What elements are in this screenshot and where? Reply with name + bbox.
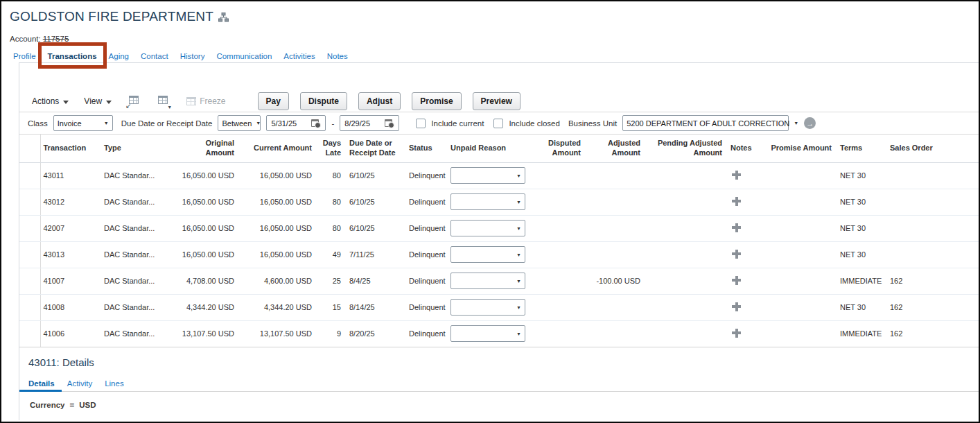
preview-button[interactable]: Preview bbox=[473, 92, 520, 110]
tab-activities[interactable]: Activities bbox=[282, 51, 316, 62]
tab-transactions[interactable]: Transactions bbox=[46, 51, 98, 62]
promise-button[interactable]: Promise bbox=[412, 92, 461, 110]
currency-line: Currency = USD bbox=[30, 401, 979, 409]
row-gutter[interactable] bbox=[19, 162, 40, 189]
cell-due-date: 8/4/25 bbox=[347, 268, 406, 294]
row-gutter[interactable] bbox=[19, 268, 40, 294]
cell-promise-amount bbox=[760, 294, 837, 320]
tab-notes[interactable]: Notes bbox=[326, 51, 349, 62]
table-row[interactable]: 41007 DAC Standar... 4,708.00 USD 4,600.… bbox=[19, 268, 980, 294]
date-from-input[interactable]: 5/31/25 bbox=[266, 115, 326, 131]
export-to-excel-icon[interactable]: ↙ bbox=[127, 95, 141, 107]
row-gutter[interactable] bbox=[19, 241, 40, 268]
class-select[interactable]: Invoice ▼ bbox=[53, 115, 113, 131]
business-unit-select[interactable]: 5200 DEPARTMENT OF ADULT CORRECTION ▼ bbox=[622, 115, 789, 131]
cell-notes bbox=[728, 294, 760, 320]
cell-terms: NET 30 bbox=[837, 294, 887, 320]
freeze-button[interactable]: Freeze bbox=[186, 96, 225, 106]
add-note-icon[interactable] bbox=[732, 197, 741, 206]
cell-promise-amount bbox=[760, 189, 837, 215]
cell-current-amount: 16,050.00 USD bbox=[240, 189, 317, 215]
cell-status: Delinquent bbox=[406, 268, 448, 294]
unpaid-reason-select[interactable]: ▼ bbox=[450, 167, 525, 184]
cell-transaction: 43013 bbox=[40, 241, 101, 268]
add-note-icon[interactable] bbox=[732, 171, 741, 180]
chevron-down-icon: ▼ bbox=[516, 226, 521, 231]
screen: GOLDSTON FIRE DEPARTMENT Account:117575 … bbox=[0, 0, 980, 423]
chevron-down-icon bbox=[63, 101, 69, 104]
col-disputed-amount: Disputed Amount bbox=[531, 135, 586, 162]
chevron-down-icon: ▼ bbox=[516, 252, 521, 257]
col-status: Status bbox=[406, 135, 448, 162]
cell-pending-adjusted-amount bbox=[646, 320, 728, 347]
col-original-amount: Original Amount bbox=[173, 135, 240, 162]
filter-row: Class Invoice ▼ Due Date or Receipt Date… bbox=[19, 112, 979, 135]
cell-pending-adjusted-amount bbox=[646, 189, 728, 215]
include-current-checkbox[interactable] bbox=[416, 119, 426, 128]
cell-type: DAC Standar... bbox=[101, 268, 173, 294]
cell-sales-order: 162 bbox=[887, 294, 980, 320]
query-by-example-icon[interactable]: ▼ bbox=[156, 95, 170, 107]
date-to-input[interactable]: 8/29/25 bbox=[340, 115, 399, 131]
details-tab-details[interactable]: Details bbox=[28, 379, 55, 388]
row-gutter[interactable] bbox=[19, 189, 40, 215]
add-note-icon[interactable] bbox=[732, 250, 741, 259]
tab-aging[interactable]: Aging bbox=[107, 51, 130, 62]
cell-original-amount: 13,107.50 USD bbox=[173, 320, 240, 347]
add-note-icon[interactable] bbox=[732, 329, 741, 338]
cell-original-amount: 4,344.20 USD bbox=[173, 294, 240, 320]
add-note-icon[interactable] bbox=[732, 302, 741, 311]
chevron-down-icon: ▼ bbox=[794, 121, 798, 126]
details-tab-lines[interactable]: Lines bbox=[105, 379, 124, 388]
table-row[interactable]: 41006 DAC Standar... 13,107.50 USD 13,10… bbox=[19, 320, 980, 347]
unpaid-reason-select[interactable]: ▼ bbox=[450, 246, 525, 263]
cell-unpaid-reason: ▼ bbox=[448, 162, 531, 189]
tab-contact[interactable]: Contact bbox=[139, 51, 170, 62]
date-operator-select[interactable]: Between ▼ bbox=[218, 115, 261, 131]
table-row[interactable]: 43013 DAC Standar... 16,050.00 USD 16,05… bbox=[19, 241, 980, 268]
calendar-icon[interactable] bbox=[385, 119, 392, 127]
cell-unpaid-reason: ▼ bbox=[448, 268, 531, 294]
table-row[interactable]: 42007 DAC Standar... 16,050.00 USD 16,05… bbox=[19, 215, 980, 241]
row-gutter[interactable] bbox=[19, 320, 40, 347]
pay-button[interactable]: Pay bbox=[258, 92, 289, 110]
unpaid-reason-select[interactable]: ▼ bbox=[450, 299, 525, 316]
unpaid-reason-select[interactable]: ▼ bbox=[450, 220, 525, 236]
include-closed-checkbox[interactable] bbox=[493, 119, 503, 128]
funnel-glyph: ▼ bbox=[167, 105, 172, 110]
cell-days-late: 80 bbox=[317, 162, 347, 189]
unpaid-reason-select[interactable]: ▼ bbox=[450, 273, 525, 289]
cell-transaction: 41006 bbox=[40, 320, 101, 347]
table-row[interactable]: 43011 DAC Standar... 16,050.00 USD 16,05… bbox=[19, 162, 980, 189]
unpaid-reason-select[interactable]: ▼ bbox=[450, 193, 525, 210]
dispute-button[interactable]: Dispute bbox=[300, 92, 347, 110]
actions-menu[interactable]: Actions bbox=[28, 94, 73, 109]
row-gutter[interactable] bbox=[19, 294, 40, 320]
add-note-icon[interactable] bbox=[732, 276, 741, 285]
cell-due-date: 6/10/25 bbox=[347, 162, 406, 189]
org-hierarchy-icon[interactable] bbox=[218, 10, 229, 26]
details-tab-activity[interactable]: Activity bbox=[67, 379, 92, 388]
unpaid-reason-select[interactable]: ▼ bbox=[450, 325, 525, 342]
cell-sales-order bbox=[887, 215, 980, 241]
calendar-icon[interactable] bbox=[311, 119, 319, 127]
add-note-icon[interactable] bbox=[732, 223, 741, 232]
tab-communication[interactable]: Communication bbox=[215, 51, 273, 62]
table-row[interactable]: 43012 DAC Standar... 16,050.00 USD 16,05… bbox=[19, 189, 980, 215]
tab-history[interactable]: History bbox=[179, 51, 207, 62]
go-button[interactable]: → bbox=[804, 117, 816, 129]
adjust-button[interactable]: Adjust bbox=[358, 92, 401, 110]
details-title: 43011: Details bbox=[28, 356, 979, 368]
table-row[interactable]: 41008 DAC Standar... 4,344.20 USD 4,344.… bbox=[19, 294, 980, 320]
cell-notes bbox=[728, 268, 760, 294]
row-gutter[interactable] bbox=[19, 215, 40, 241]
class-select-value: Invoice bbox=[58, 119, 82, 128]
chevron-down-icon: ▼ bbox=[516, 331, 521, 336]
cell-due-date: 7/11/25 bbox=[347, 241, 406, 268]
view-menu[interactable]: View bbox=[80, 94, 116, 109]
cell-days-late: 15 bbox=[317, 294, 347, 320]
col-days-late: Days Late bbox=[317, 135, 347, 162]
col-notes: Notes bbox=[728, 135, 760, 162]
tab-profile[interactable]: Profile bbox=[12, 51, 37, 62]
cell-due-date: 6/10/25 bbox=[347, 189, 406, 215]
